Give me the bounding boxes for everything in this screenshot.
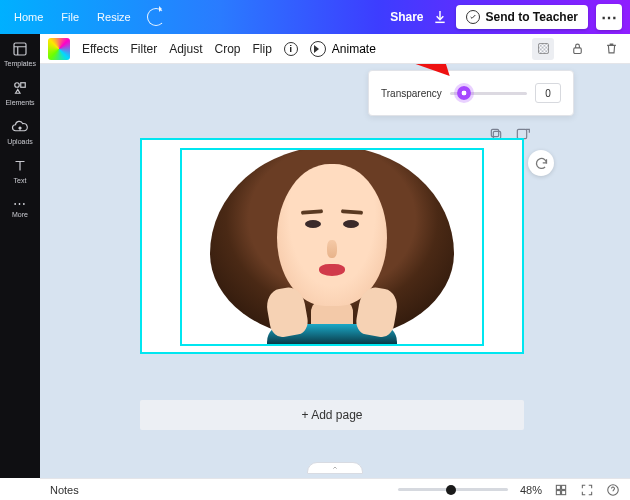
sidebar-label: Text — [14, 177, 27, 184]
grid-icon — [554, 483, 568, 497]
svg-rect-6 — [538, 44, 548, 54]
portrait-image — [182, 150, 482, 344]
svg-rect-2 — [21, 83, 26, 88]
transparency-button[interactable] — [532, 38, 554, 60]
timeline-toggle[interactable] — [307, 462, 363, 474]
text-icon — [11, 157, 29, 175]
expand-icon — [580, 483, 594, 497]
sidebar-item-elements[interactable]: Elements — [0, 79, 40, 106]
info-icon[interactable]: i — [284, 42, 298, 56]
transparency-slider[interactable] — [450, 86, 527, 100]
annotation-arrow — [399, 64, 455, 81]
transparency-icon — [536, 41, 551, 56]
transparency-value-input[interactable]: 0 — [535, 83, 561, 103]
svg-rect-12 — [556, 485, 560, 489]
sidebar-item-uploads[interactable]: Uploads — [0, 118, 40, 145]
notes-button[interactable]: Notes — [50, 484, 79, 496]
refresh-icon — [534, 156, 549, 171]
delete-button[interactable] — [600, 38, 622, 60]
templates-icon — [11, 40, 29, 58]
sidebar-item-templates[interactable]: Templates — [0, 40, 40, 67]
share-button[interactable]: Share — [390, 10, 423, 24]
flip-button[interactable]: Flip — [253, 42, 272, 56]
grid-view-button[interactable] — [554, 483, 568, 497]
selected-image[interactable] — [180, 148, 484, 346]
svg-point-1 — [15, 83, 20, 88]
color-swatch-button[interactable] — [48, 38, 70, 60]
status-bar: Notes 48% — [40, 478, 630, 500]
resize-menu[interactable]: Resize — [91, 7, 137, 27]
effects-button[interactable]: Effects — [82, 42, 118, 56]
sidebar-item-more[interactable]: ⋯ More — [12, 196, 28, 218]
check-circle-icon — [466, 10, 480, 24]
sidebar-label: Templates — [4, 60, 36, 67]
elements-icon — [11, 79, 29, 97]
svg-rect-13 — [562, 485, 566, 489]
undo-icon[interactable] — [147, 8, 165, 26]
transparency-label: Transparency — [381, 88, 442, 99]
sidebar-label: Uploads — [7, 138, 33, 145]
animate-button[interactable]: Animate — [310, 41, 376, 57]
play-icon — [310, 41, 326, 57]
canvas-area: Transparency 0 — [40, 64, 630, 478]
help-button[interactable] — [606, 483, 620, 497]
send-label: Send to Teacher — [486, 10, 578, 24]
sidebar-item-text[interactable]: Text — [0, 157, 40, 184]
lock-icon — [570, 41, 585, 56]
animate-label: Animate — [332, 42, 376, 56]
top-menu-bar: Home File Resize Share Send to Teacher ⋯ — [0, 0, 630, 34]
sidebar-label: Elements — [5, 99, 34, 106]
filter-button[interactable]: Filter — [130, 42, 157, 56]
send-to-teacher-button[interactable]: Send to Teacher — [456, 5, 588, 29]
help-icon — [606, 483, 620, 497]
svg-rect-14 — [556, 490, 560, 494]
canvas-page[interactable] — [140, 138, 524, 354]
more-button[interactable]: ⋯ — [596, 4, 622, 30]
more-icon: ⋯ — [12, 196, 28, 211]
zoom-slider[interactable] — [398, 488, 508, 491]
slider-thumb-icon[interactable] — [457, 86, 471, 100]
svg-rect-0 — [14, 43, 26, 55]
chevron-up-icon — [330, 464, 340, 472]
svg-rect-10 — [491, 129, 498, 136]
transparency-popover: Transparency 0 — [368, 70, 574, 116]
lock-button[interactable] — [566, 38, 588, 60]
svg-rect-15 — [562, 490, 566, 494]
svg-rect-7 — [573, 48, 581, 54]
reset-crop-button[interactable] — [528, 150, 554, 176]
home-menu[interactable]: Home — [8, 7, 49, 27]
download-icon[interactable] — [432, 9, 448, 25]
zoom-value: 48% — [520, 484, 542, 496]
sidebar-label: More — [12, 211, 28, 218]
left-sidebar: Templates Elements Uploads Text ⋯ More — [0, 34, 40, 478]
fullscreen-button[interactable] — [580, 483, 594, 497]
adjust-button[interactable]: Adjust — [169, 42, 202, 56]
image-toolbar: Effects Filter Adjust Crop Flip i Animat… — [40, 34, 630, 64]
file-menu[interactable]: File — [55, 7, 85, 27]
trash-icon — [604, 41, 619, 56]
crop-button[interactable]: Crop — [215, 42, 241, 56]
add-page-button[interactable]: + Add page — [140, 400, 524, 430]
uploads-icon — [11, 118, 29, 136]
zoom-thumb-icon[interactable] — [446, 485, 456, 495]
